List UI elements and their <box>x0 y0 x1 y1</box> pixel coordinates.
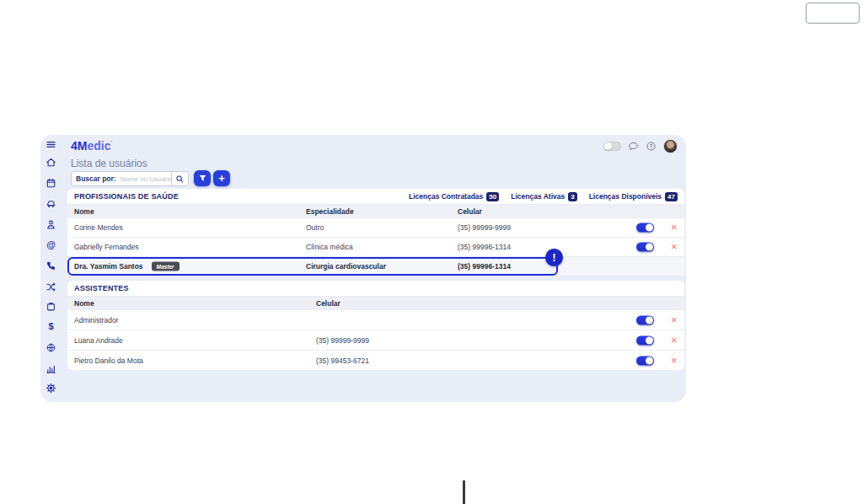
table-row[interactable]: Administrador ✕ <box>67 309 684 330</box>
cell-nome: Corine Mendes <box>74 223 123 232</box>
app-card: @ $ 4Medic' ? Lista de usuários Buscar p… <box>40 135 686 402</box>
column-especialidade: Especialidade <box>306 207 354 216</box>
logo-bold: 4M <box>71 139 87 153</box>
active-toggle[interactable] <box>636 356 654 365</box>
cell-especialidade: Clínica médica <box>306 243 353 251</box>
calendar-icon[interactable] <box>46 178 56 189</box>
chat-bubble-icon[interactable] <box>628 141 639 152</box>
license-available-badge: 47 <box>665 192 678 201</box>
logo-rest: edic <box>87 139 110 153</box>
cell-especialidade: Outro <box>306 223 324 232</box>
license-label: Licenças Contratadas <box>409 192 483 201</box>
cell-nome: Administrador <box>74 316 118 324</box>
remove-user-icon[interactable]: ✕ <box>671 357 678 364</box>
column-celular: Celular <box>316 299 340 308</box>
cell-celular: (35) 99999-9999 <box>458 223 511 232</box>
cell-celular: (35) 99996-1314 <box>458 243 511 251</box>
assistants-table: ASSISTENTES Nome Celular Administrador ✕… <box>67 281 684 370</box>
cell-celular: (35) 99453-6721 <box>316 357 369 365</box>
cell-especialidade: Cirurgia cardiovascular <box>306 262 386 271</box>
text-cursor <box>463 480 465 504</box>
cell-nome: Luana Andrade <box>74 336 123 345</box>
cell-celular: (35) 99999-9999 <box>316 336 369 345</box>
menu-icon[interactable] <box>46 139 56 150</box>
theme-toggle[interactable] <box>603 142 621 151</box>
table-row-selected[interactable]: Dra. Yasmim SantosMaster Cirurgia cardio… <box>67 256 684 276</box>
home-icon[interactable] <box>46 157 56 168</box>
license-label: Licenças Ativas <box>511 192 565 201</box>
cell-celular: (35) 99996-1314 <box>458 262 511 271</box>
browser-chip <box>806 3 860 24</box>
license-active-badge: 3 <box>568 192 576 201</box>
search-label: Buscar por: <box>72 174 121 183</box>
section-title-assistants: ASSISTENTES <box>74 284 129 292</box>
license-label: Licenças Disponíveis <box>589 192 662 201</box>
license-contracted: Licenças Contratadas50 <box>409 192 499 201</box>
logo-trademark: ' <box>110 139 112 147</box>
at-icon[interactable]: @ <box>46 239 56 250</box>
professionals-header-row: PROFISSIONAIS DE SAÚDE Licenças Contrata… <box>67 189 684 205</box>
section-title-professionals: PROFISSIONAIS DE SAÚDE <box>74 192 179 201</box>
remove-user-icon[interactable]: ✕ <box>671 316 678 324</box>
license-contracted-badge: 50 <box>486 192 499 201</box>
remove-user-icon[interactable]: ✕ <box>671 244 678 251</box>
search-input[interactable] <box>121 175 171 183</box>
globe-icon[interactable] <box>46 342 56 353</box>
active-toggle[interactable] <box>636 223 654 233</box>
search-box: Buscar por: <box>71 171 189 186</box>
shuffle-icon[interactable] <box>46 281 56 292</box>
license-available: Licenças Disponíveis47 <box>589 192 678 201</box>
user-icon[interactable] <box>46 219 56 230</box>
license-summary: Licenças Contratadas50 Licenças Ativas3 … <box>409 192 678 201</box>
cell-nome: Gabrielly Fernandes <box>74 243 139 251</box>
active-toggle[interactable] <box>636 335 654 345</box>
assistants-header-row: ASSISTENTES <box>67 281 684 297</box>
analytics-icon[interactable] <box>46 363 56 374</box>
table-row[interactable]: Luana Andrade (35) 99999-9999 ✕ <box>67 330 684 350</box>
column-nome: Nome <box>74 299 94 308</box>
clipboard-icon[interactable] <box>46 301 56 312</box>
alert-exclamation-icon[interactable]: ! <box>545 249 563 266</box>
master-badge: Master <box>152 262 180 271</box>
user-name: Dra. Yasmim Santos <box>74 262 143 271</box>
license-active: Licenças Ativas3 <box>511 192 576 201</box>
table-row[interactable]: Corine Mendes Outro (35) 99999-9999 ✕ <box>67 217 684 237</box>
billing-icon[interactable]: $ <box>46 321 56 332</box>
filter-button[interactable] <box>194 170 211 186</box>
content-sheet: @ $ 4Medic' ? Lista de usuários Buscar p… <box>0 82 733 462</box>
header-controls: ? <box>603 138 678 153</box>
add-user-button[interactable]: + <box>213 170 230 186</box>
car-icon[interactable] <box>46 198 56 209</box>
user-avatar[interactable] <box>663 139 678 153</box>
table-row[interactable]: Pietro Danilo da Mota (35) 99453-6721 ✕ <box>67 350 684 370</box>
remove-user-icon[interactable]: ✕ <box>671 336 678 344</box>
help-icon[interactable]: ? <box>646 141 657 152</box>
column-celular: Celular <box>458 207 482 216</box>
professionals-columns: Nome Especialidade Celular <box>67 205 684 217</box>
remove-user-icon[interactable]: ✕ <box>671 224 678 232</box>
app-logo: 4Medic' <box>71 139 112 153</box>
professionals-table: PROFISSIONAIS DE SAÚDE Licenças Contrata… <box>67 189 684 276</box>
column-nome: Nome <box>74 207 94 216</box>
page-title: Lista de usuários <box>71 158 147 169</box>
svg-text:?: ? <box>650 142 653 148</box>
active-toggle[interactable] <box>636 243 654 252</box>
phone-icon[interactable] <box>46 260 56 271</box>
active-toggle[interactable] <box>636 315 654 324</box>
table-row[interactable]: Gabrielly Fernandes Clínica médica (35) … <box>67 237 684 256</box>
search-button[interactable] <box>171 172 188 185</box>
settings-icon[interactable] <box>46 383 56 394</box>
cell-nome: Pietro Danilo da Mota <box>74 357 143 365</box>
cell-nome: Dra. Yasmim SantosMaster <box>74 262 180 271</box>
assistants-columns: Nome Celular <box>67 297 684 309</box>
